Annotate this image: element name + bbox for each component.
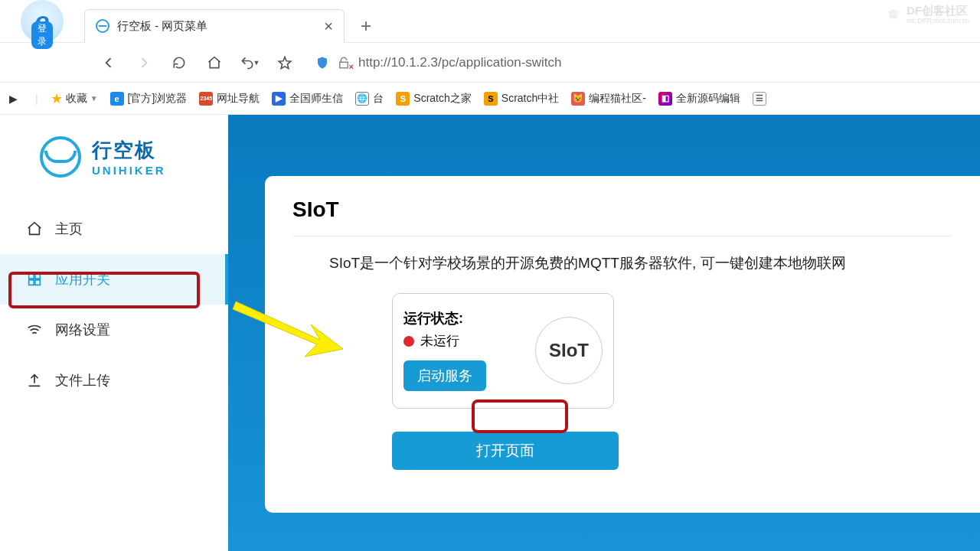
status-label: 运行状态: <box>403 309 520 328</box>
shield-icon <box>315 56 329 70</box>
bookmark-item[interactable]: e[官方]浏览器 <box>110 92 188 106</box>
watermark: DF创客社区 mc.DFRobot.com.cn <box>885 5 969 24</box>
status-dot-icon <box>403 336 414 347</box>
sidebar: 行空板 UNIHIKER 主页 应用开关 网络设置 文件上传 <box>0 115 228 551</box>
lock-insecure-icon: × <box>337 56 351 70</box>
siot-status-box: 运行状态: 未运行 启动服务 SIoT <box>392 293 614 409</box>
new-tab-button[interactable]: + <box>349 9 383 43</box>
brand-logo-icon <box>40 136 81 178</box>
sidebar-item-network[interactable]: 网络设置 <box>0 305 228 355</box>
brand: 行空板 UNIHIKER <box>0 133 228 204</box>
bookmark-item[interactable]: SScratch之家 <box>396 92 471 106</box>
browser-logo[interactable]: e登录 <box>0 0 84 43</box>
nav-list: 主页 应用开关 网络设置 文件上传 <box>0 204 228 406</box>
sidebar-item-app-switch[interactable]: 应用开关 <box>0 254 228 305</box>
forward-button[interactable] <box>133 52 155 73</box>
bookmark-item[interactable]: 2345网址导航 <box>199 92 260 106</box>
login-cap[interactable]: 登录 <box>31 21 53 49</box>
chevron-down-icon: ▼ <box>90 94 98 103</box>
tab-favicon-icon <box>96 19 109 33</box>
close-tab-icon[interactable]: × <box>324 18 333 35</box>
bookmark-item[interactable]: ◧全新源码编辑 <box>658 92 740 106</box>
status-text: 未运行 <box>420 332 459 350</box>
watermark-sub: mc.DFRobot.com.cn <box>906 18 969 25</box>
bookmarks-expand-icon[interactable]: ▶ <box>9 93 23 105</box>
active-tab[interactable]: 行空板 - 网页菜单 × <box>84 9 345 43</box>
page-content: 行空板 UNIHIKER 主页 应用开关 网络设置 文件上传 <box>0 115 980 551</box>
status-row: 未运行 <box>403 332 520 350</box>
apps-icon <box>26 271 43 288</box>
content-card: SIoT SIoT是一个针对学校场景的开源免费的MQTT服务器软件, 可一键创建… <box>265 176 980 513</box>
tab-bar: e登录 行空板 - 网页菜单 × + <box>0 0 980 43</box>
tab-title: 行空板 - 网页菜单 <box>117 19 316 34</box>
siot-logo: SIoT <box>535 317 603 384</box>
divider <box>292 236 952 236</box>
start-service-button[interactable]: 启动服务 <box>403 360 486 391</box>
sidebar-item-home[interactable]: 主页 <box>0 204 228 254</box>
favorite-button[interactable] <box>274 52 296 73</box>
home-button[interactable] <box>204 52 225 73</box>
page-title: SIoT <box>292 197 952 222</box>
url-input[interactable]: × http://10.1.2.3/pc/application-switch <box>309 49 971 77</box>
url-text: http://10.1.2.3/pc/application-switch <box>358 55 562 70</box>
brand-cn: 行空板 <box>92 137 166 164</box>
browser-chrome: e登录 行空板 - 网页菜单 × + ▼ <box>0 0 980 115</box>
upload-icon <box>26 372 43 389</box>
undo-button[interactable]: ▼ <box>239 52 260 73</box>
description: SIoT是一个针对学校场景的开源免费的MQTT服务器软件, 可一键创建本地物联网 <box>292 253 952 273</box>
back-button[interactable] <box>98 52 119 73</box>
bookmark-item[interactable]: ▶全国师生信 <box>272 92 343 106</box>
favorites-menu[interactable]: ★ 收藏 ▼ <box>51 90 98 107</box>
star-icon: ★ <box>51 90 63 107</box>
wifi-icon <box>26 321 43 338</box>
main-area: SIoT SIoT是一个针对学校场景的开源免费的MQTT服务器软件, 可一键创建… <box>228 115 980 551</box>
bookmark-item[interactable]: 🌐台 <box>355 92 384 106</box>
home-icon <box>26 220 43 237</box>
bookmark-more-icon[interactable]: ☰ <box>753 92 766 106</box>
sidebar-item-upload[interactable]: 文件上传 <box>0 355 228 406</box>
bookmark-item[interactable]: 😺编程猫社区- <box>571 92 646 106</box>
open-page-button[interactable]: 打开页面 <box>392 432 619 470</box>
address-bar: ▼ × http://10.1.2.3/pc/application-switc… <box>0 43 980 83</box>
reload-button[interactable] <box>168 52 190 73</box>
bookmark-item[interactable]: SScratch中社 <box>484 92 559 106</box>
watermark-title: DF创客社区 <box>906 5 968 18</box>
brand-en: UNIHIKER <box>92 164 166 177</box>
bookmarks-bar: ▶ | ★ 收藏 ▼ e[官方]浏览器 2345网址导航 ▶全国师生信 🌐台 S… <box>0 83 980 115</box>
